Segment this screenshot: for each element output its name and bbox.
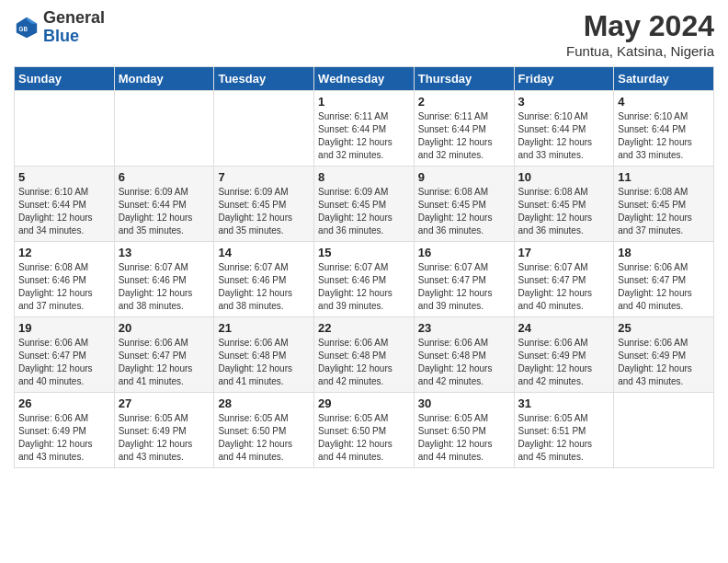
- day-number: 3: [518, 95, 610, 109]
- calendar-cell: 19Sunrise: 6:06 AM Sunset: 6:47 PM Dayli…: [15, 317, 115, 393]
- cell-info: Sunrise: 6:08 AM Sunset: 6:45 PM Dayligh…: [618, 186, 710, 237]
- cell-info: Sunrise: 6:05 AM Sunset: 6:51 PM Dayligh…: [518, 412, 610, 464]
- day-number: 12: [18, 246, 110, 259]
- calendar-cell: 15Sunrise: 6:07 AM Sunset: 6:46 PM Dayli…: [314, 242, 415, 317]
- day-number: 25: [618, 321, 710, 335]
- cell-info: Sunrise: 6:06 AM Sunset: 6:47 PM Dayligh…: [618, 261, 710, 313]
- day-header-wednesday: Wednesday: [314, 67, 415, 91]
- day-number: 14: [218, 246, 310, 259]
- day-number: 9: [418, 170, 510, 184]
- cell-info: Sunrise: 6:07 AM Sunset: 6:47 PM Dayligh…: [518, 261, 610, 313]
- logo-icon: GB: [14, 15, 40, 40]
- page: GB General Blue May 2024 Funtua, Katsina…: [0, 0, 728, 563]
- main-title: May 2024: [566, 9, 714, 43]
- cell-info: Sunrise: 6:10 AM Sunset: 6:44 PM Dayligh…: [18, 186, 110, 237]
- subtitle: Funtua, Katsina, Nigeria: [566, 43, 714, 59]
- calendar-cell: 12Sunrise: 6:08 AM Sunset: 6:46 PM Dayli…: [15, 242, 115, 317]
- cell-info: Sunrise: 6:05 AM Sunset: 6:50 PM Dayligh…: [218, 412, 310, 464]
- day-number: 26: [18, 396, 110, 410]
- svg-text:GB: GB: [19, 26, 28, 32]
- day-header-sunday: Sunday: [15, 67, 115, 91]
- calendar-cell: 21Sunrise: 6:06 AM Sunset: 6:48 PM Dayli…: [214, 317, 314, 393]
- calendar-cell: 7Sunrise: 6:09 AM Sunset: 6:45 PM Daylig…: [214, 167, 314, 242]
- cell-info: Sunrise: 6:09 AM Sunset: 6:44 PM Dayligh…: [119, 186, 210, 237]
- cell-info: Sunrise: 6:06 AM Sunset: 6:49 PM Dayligh…: [518, 337, 610, 388]
- day-number: 11: [618, 170, 710, 184]
- calendar-cell: 25Sunrise: 6:06 AM Sunset: 6:49 PM Dayli…: [614, 317, 714, 393]
- cell-info: Sunrise: 6:07 AM Sunset: 6:46 PM Dayligh…: [119, 261, 210, 313]
- day-header-thursday: Thursday: [414, 67, 514, 91]
- day-number: 19: [18, 321, 110, 335]
- cell-info: Sunrise: 6:06 AM Sunset: 6:49 PM Dayligh…: [18, 412, 110, 464]
- cell-info: Sunrise: 6:10 AM Sunset: 6:44 PM Dayligh…: [518, 110, 610, 162]
- calendar-cell: 14Sunrise: 6:07 AM Sunset: 6:46 PM Dayli…: [214, 242, 314, 317]
- calendar-cell: 24Sunrise: 6:06 AM Sunset: 6:49 PM Dayli…: [514, 317, 614, 393]
- day-header-tuesday: Tuesday: [214, 67, 314, 91]
- logo-blue: Blue: [43, 27, 79, 45]
- cell-info: Sunrise: 6:09 AM Sunset: 6:45 PM Dayligh…: [218, 186, 310, 237]
- calendar-table: SundayMondayTuesdayWednesdayThursdayFrid…: [14, 66, 714, 468]
- cell-info: Sunrise: 6:08 AM Sunset: 6:46 PM Dayligh…: [18, 261, 110, 313]
- day-number: 5: [18, 170, 110, 184]
- cell-info: Sunrise: 6:06 AM Sunset: 6:48 PM Dayligh…: [318, 337, 410, 388]
- calendar-cell: 2Sunrise: 6:11 AM Sunset: 6:44 PM Daylig…: [414, 91, 514, 167]
- calendar-cell: 31Sunrise: 6:05 AM Sunset: 6:51 PM Dayli…: [514, 393, 614, 468]
- calendar-header: SundayMondayTuesdayWednesdayThursdayFrid…: [15, 67, 714, 91]
- day-number: 1: [318, 95, 410, 109]
- calendar-cell: [214, 91, 314, 167]
- day-number: 22: [318, 321, 410, 335]
- week-row-4: 19Sunrise: 6:06 AM Sunset: 6:47 PM Dayli…: [15, 317, 714, 393]
- day-number: 28: [218, 396, 310, 410]
- cell-info: Sunrise: 6:07 AM Sunset: 6:46 PM Dayligh…: [218, 261, 310, 313]
- calendar-cell: 8Sunrise: 6:09 AM Sunset: 6:45 PM Daylig…: [314, 167, 415, 242]
- day-number: 31: [518, 396, 610, 410]
- day-number: 18: [618, 246, 710, 259]
- logo: GB General Blue: [14, 9, 105, 46]
- calendar-cell: 16Sunrise: 6:07 AM Sunset: 6:47 PM Dayli…: [414, 242, 514, 317]
- cell-info: Sunrise: 6:10 AM Sunset: 6:44 PM Dayligh…: [618, 110, 710, 162]
- calendar-cell: [114, 91, 214, 167]
- calendar-cell: 26Sunrise: 6:06 AM Sunset: 6:49 PM Dayli…: [15, 393, 115, 468]
- cell-info: Sunrise: 6:07 AM Sunset: 6:46 PM Dayligh…: [318, 261, 410, 313]
- calendar-cell: 6Sunrise: 6:09 AM Sunset: 6:44 PM Daylig…: [114, 167, 214, 242]
- calendar-cell: 23Sunrise: 6:06 AM Sunset: 6:48 PM Dayli…: [414, 317, 514, 393]
- calendar-cell: 3Sunrise: 6:10 AM Sunset: 6:44 PM Daylig…: [514, 91, 614, 167]
- cell-info: Sunrise: 6:05 AM Sunset: 6:50 PM Dayligh…: [318, 412, 410, 464]
- week-row-1: 1Sunrise: 6:11 AM Sunset: 6:44 PM Daylig…: [15, 91, 714, 167]
- calendar-cell: 22Sunrise: 6:06 AM Sunset: 6:48 PM Dayli…: [314, 317, 415, 393]
- calendar-cell: 13Sunrise: 6:07 AM Sunset: 6:46 PM Dayli…: [114, 242, 214, 317]
- calendar-cell: 28Sunrise: 6:05 AM Sunset: 6:50 PM Dayli…: [214, 393, 314, 468]
- calendar-cell: 5Sunrise: 6:10 AM Sunset: 6:44 PM Daylig…: [15, 167, 115, 242]
- title-block: May 2024 Funtua, Katsina, Nigeria: [566, 9, 714, 59]
- day-number: 6: [119, 170, 210, 184]
- day-number: 13: [119, 246, 210, 259]
- calendar-cell: [15, 91, 115, 167]
- day-number: 8: [318, 170, 410, 184]
- day-number: 15: [318, 246, 410, 259]
- day-header-friday: Friday: [514, 67, 614, 91]
- day-number: 17: [518, 246, 610, 259]
- cell-info: Sunrise: 6:06 AM Sunset: 6:47 PM Dayligh…: [18, 337, 110, 388]
- cell-info: Sunrise: 6:08 AM Sunset: 6:45 PM Dayligh…: [518, 186, 610, 237]
- day-header-saturday: Saturday: [614, 67, 714, 91]
- cell-info: Sunrise: 6:05 AM Sunset: 6:49 PM Dayligh…: [119, 412, 210, 464]
- calendar-cell: [614, 393, 714, 468]
- calendar-cell: 29Sunrise: 6:05 AM Sunset: 6:50 PM Dayli…: [314, 393, 415, 468]
- day-number: 2: [418, 95, 510, 109]
- calendar-cell: 11Sunrise: 6:08 AM Sunset: 6:45 PM Dayli…: [614, 167, 714, 242]
- day-number: 16: [418, 246, 510, 259]
- week-row-3: 12Sunrise: 6:08 AM Sunset: 6:46 PM Dayli…: [15, 242, 714, 317]
- cell-info: Sunrise: 6:11 AM Sunset: 6:44 PM Dayligh…: [418, 110, 510, 162]
- calendar-cell: 9Sunrise: 6:08 AM Sunset: 6:45 PM Daylig…: [414, 167, 514, 242]
- cell-info: Sunrise: 6:06 AM Sunset: 6:47 PM Dayligh…: [119, 337, 210, 388]
- cell-info: Sunrise: 6:07 AM Sunset: 6:47 PM Dayligh…: [418, 261, 510, 313]
- calendar-cell: 4Sunrise: 6:10 AM Sunset: 6:44 PM Daylig…: [614, 91, 714, 167]
- calendar-cell: 18Sunrise: 6:06 AM Sunset: 6:47 PM Dayli…: [614, 242, 714, 317]
- day-number: 23: [418, 321, 510, 335]
- day-number: 21: [218, 321, 310, 335]
- cell-info: Sunrise: 6:08 AM Sunset: 6:45 PM Dayligh…: [418, 186, 510, 237]
- week-row-2: 5Sunrise: 6:10 AM Sunset: 6:44 PM Daylig…: [15, 167, 714, 242]
- calendar-cell: 30Sunrise: 6:05 AM Sunset: 6:50 PM Dayli…: [414, 393, 514, 468]
- day-number: 27: [119, 396, 210, 410]
- header: GB General Blue May 2024 Funtua, Katsina…: [14, 9, 714, 59]
